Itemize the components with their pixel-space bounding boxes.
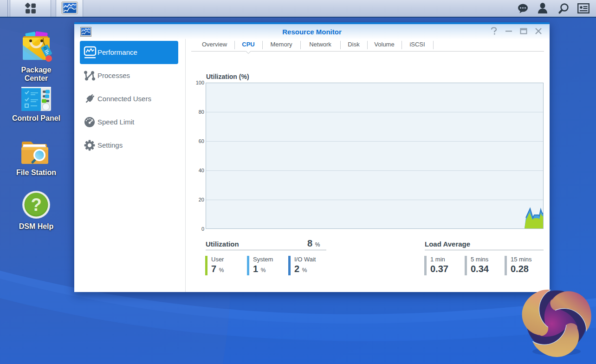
svg-text:?: ? xyxy=(31,195,41,214)
